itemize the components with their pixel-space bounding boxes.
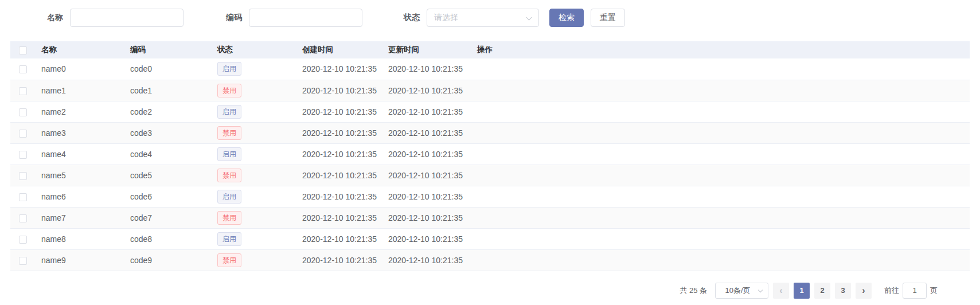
cell-created: 2020-12-10 10:21:35 <box>296 165 382 186</box>
chevron-down-icon <box>758 287 763 292</box>
reset-button[interactable]: 重置 <box>591 9 625 27</box>
status-badge: 禁用 <box>217 211 241 225</box>
cell-created: 2020-12-10 10:21:35 <box>296 58 382 80</box>
cell-code: code9 <box>124 249 212 271</box>
cell-status: 启用 <box>212 228 296 249</box>
row-checkbox[interactable] <box>19 193 27 201</box>
cell-code: code4 <box>124 143 212 165</box>
cell-code: code0 <box>124 58 212 80</box>
cell-actions <box>471 228 970 249</box>
cell-code: code1 <box>124 80 212 101</box>
status-label: 状态 <box>404 13 420 23</box>
jump-prefix-label: 前往 <box>884 286 899 296</box>
chevron-down-icon <box>526 15 532 21</box>
cell-status: 禁用 <box>212 207 296 228</box>
row-checkbox[interactable] <box>19 130 27 138</box>
page-button-3[interactable]: 3 <box>835 283 851 299</box>
status-badge: 禁用 <box>217 253 241 267</box>
column-header-code: 编码 <box>124 41 212 58</box>
status-select[interactable]: 请选择 <box>427 9 539 27</box>
cell-updated: 2020-12-10 10:21:35 <box>382 207 471 228</box>
cell-updated: 2020-12-10 10:21:35 <box>382 165 471 186</box>
row-checkbox[interactable] <box>19 108 27 116</box>
cell-actions <box>471 80 970 101</box>
status-badge: 禁用 <box>217 84 241 97</box>
row-checkbox[interactable] <box>19 236 27 244</box>
search-form: 名称 编码 状态 请选择 检索 重置 <box>47 9 980 27</box>
row-checkbox[interactable] <box>19 172 27 180</box>
page-size-select[interactable]: 10条/页 <box>715 283 768 299</box>
cell-status: 启用 <box>212 186 296 207</box>
row-checkbox[interactable] <box>19 257 27 265</box>
cell-actions <box>471 143 970 165</box>
table-row: name8code8启用2020-12-10 10:21:352020-12-1… <box>10 228 970 249</box>
select-all-checkbox[interactable] <box>19 46 27 54</box>
cell-updated: 2020-12-10 10:21:35 <box>382 186 471 207</box>
page-button-2[interactable]: 2 <box>814 283 830 299</box>
cell-updated: 2020-12-10 10:21:35 <box>382 80 471 101</box>
column-header-updated: 更新时间 <box>382 41 471 58</box>
cell-code: code6 <box>124 186 212 207</box>
cell-status: 启用 <box>212 143 296 165</box>
cell-actions <box>471 249 970 271</box>
name-input[interactable] <box>70 9 183 27</box>
cell-created: 2020-12-10 10:21:35 <box>296 101 382 122</box>
status-badge: 启用 <box>217 105 241 119</box>
table-row: name3code3禁用2020-12-10 10:21:352020-12-1… <box>10 122 970 143</box>
cell-actions <box>471 58 970 80</box>
total-count: 共 25 条 <box>680 286 707 296</box>
cell-name: name3 <box>36 122 124 143</box>
cell-created: 2020-12-10 10:21:35 <box>296 207 382 228</box>
page-size-value: 10条/页 <box>725 286 750 296</box>
row-checkbox[interactable] <box>19 214 27 222</box>
cell-actions <box>471 186 970 207</box>
cell-name: name0 <box>36 58 124 80</box>
cell-created: 2020-12-10 10:21:35 <box>296 228 382 249</box>
cell-updated: 2020-12-10 10:21:35 <box>382 228 471 249</box>
cell-status: 启用 <box>212 58 296 80</box>
table-row: name7code7禁用2020-12-10 10:21:352020-12-1… <box>10 207 970 228</box>
cell-status: 禁用 <box>212 165 296 186</box>
column-header-created: 创建时间 <box>296 41 382 58</box>
row-checkbox[interactable] <box>19 65 27 73</box>
cell-code: code8 <box>124 228 212 249</box>
code-input[interactable] <box>249 9 362 27</box>
name-label: 名称 <box>47 13 63 23</box>
cell-actions <box>471 207 970 228</box>
cell-code: code5 <box>124 165 212 186</box>
cell-created: 2020-12-10 10:21:35 <box>296 249 382 271</box>
table-row: name4code4启用2020-12-10 10:21:352020-12-1… <box>10 143 970 165</box>
next-page-button[interactable]: › <box>856 283 872 299</box>
cell-status: 启用 <box>212 101 296 122</box>
cell-name: name2 <box>36 101 124 122</box>
page-jump-input[interactable] <box>903 283 927 299</box>
prev-page-button[interactable]: ‹ <box>773 283 789 299</box>
table-row: name5code5禁用2020-12-10 10:21:352020-12-1… <box>10 165 970 186</box>
cell-status: 禁用 <box>212 80 296 101</box>
page-number-list: 123 <box>789 283 851 299</box>
table-body: name0code0启用2020-12-10 10:21:352020-12-1… <box>10 58 970 271</box>
cell-actions <box>471 101 970 122</box>
cell-created: 2020-12-10 10:21:35 <box>296 80 382 101</box>
status-badge: 启用 <box>217 62 241 76</box>
cell-actions <box>471 165 970 186</box>
row-checkbox[interactable] <box>19 87 27 95</box>
cell-name: name5 <box>36 165 124 186</box>
chevron-left-icon: ‹ <box>779 286 782 296</box>
search-button[interactable]: 检索 <box>549 9 584 27</box>
page-button-1[interactable]: 1 <box>794 283 810 299</box>
cell-status: 禁用 <box>212 122 296 143</box>
status-badge: 启用 <box>217 190 241 204</box>
cell-name: name4 <box>36 143 124 165</box>
cell-updated: 2020-12-10 10:21:35 <box>382 249 471 271</box>
column-header-name: 名称 <box>36 41 124 58</box>
cell-status: 禁用 <box>212 249 296 271</box>
column-header-actions: 操作 <box>471 41 970 58</box>
cell-updated: 2020-12-10 10:21:35 <box>382 58 471 80</box>
status-badge: 启用 <box>217 147 241 161</box>
status-badge: 禁用 <box>217 126 241 140</box>
cell-updated: 2020-12-10 10:21:35 <box>382 143 471 165</box>
row-checkbox[interactable] <box>19 151 27 159</box>
code-label: 编码 <box>226 13 242 23</box>
cell-name: name7 <box>36 207 124 228</box>
